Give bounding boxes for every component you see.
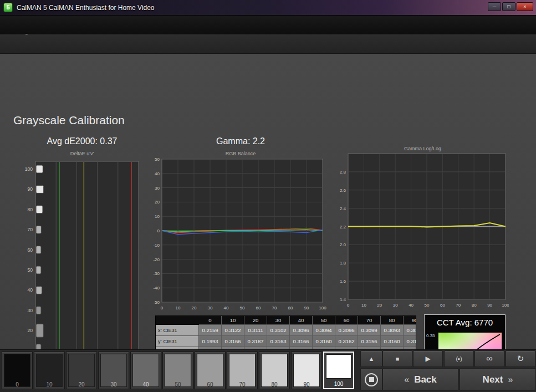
minimize-button[interactable]: ─ — [488, 2, 501, 11]
table-cell: 0.3163 — [267, 336, 290, 347]
level-swatch-0[interactable]: 0 — [2, 352, 33, 389]
svg-text:70: 70 — [28, 227, 33, 232]
svg-text:80: 80 — [288, 306, 293, 310]
table-row-label: x: CIE31 — [156, 325, 199, 336]
level-swatch-80[interactable]: 80 — [259, 352, 290, 389]
svg-text:-50: -50 — [153, 300, 160, 305]
calman-window: 5 CalMAN 5 CalMAN Enthusiast for Home Vi… — [0, 0, 536, 392]
svg-text:50: 50 — [155, 157, 160, 162]
next-label: Next — [483, 374, 503, 385]
back-button[interactable]: « Back — [382, 368, 458, 391]
svg-text:2.2: 2.2 — [340, 225, 346, 230]
level-swatch-20[interactable]: 20 — [66, 352, 97, 389]
svg-text:30: 30 — [155, 186, 160, 191]
table-cell: 0.3160 — [313, 336, 335, 347]
svg-text:20: 20 — [377, 303, 382, 308]
maximize-button[interactable]: □ — [502, 2, 515, 11]
svg-text:1.6: 1.6 — [340, 279, 346, 284]
svg-text:2.4: 2.4 — [340, 206, 346, 211]
loop-button[interactable]: ↻ — [506, 350, 535, 367]
svg-text:40: 40 — [409, 303, 414, 308]
table-cell: 0.3162 — [335, 336, 358, 347]
level-label: 80 — [259, 381, 289, 388]
stop-icon: ■ — [396, 355, 400, 362]
table-row-label: y: CIE31 — [156, 336, 199, 347]
level-swatch-100[interactable]: 100 — [323, 352, 354, 389]
level-label: 20 — [67, 381, 96, 388]
table-cell: 0.3097 — [404, 325, 416, 336]
level-swatch-70[interactable]: 70 — [227, 352, 258, 389]
level-swatch-40[interactable]: 40 — [130, 352, 161, 389]
level-label: 60 — [195, 381, 225, 388]
de-bar-60 — [36, 246, 41, 254]
level-label: 50 — [163, 381, 193, 388]
window-title: CalMAN 5 CalMAN Enthusiast for Home Vide… — [17, 0, 155, 16]
table-cell: 0.3166 — [222, 336, 244, 347]
svg-text:20: 20 — [28, 328, 33, 333]
table-cell: 0.3093 — [381, 325, 404, 336]
svg-text:80: 80 — [28, 207, 33, 212]
svg-text:40: 40 — [28, 287, 33, 293]
svg-text:0: 0 — [347, 303, 350, 308]
infinity-icon: ∞ — [486, 354, 492, 364]
transport-panel: ▲ ■ ▶ (▪) ∞ ↻ « Back Next » — [360, 349, 536, 392]
svg-text:30: 30 — [208, 306, 213, 310]
svg-text:1.4: 1.4 — [340, 297, 346, 302]
svg-text:100: 100 — [502, 303, 509, 308]
table-cell: 0.3096 — [290, 325, 313, 336]
table-cell: 0.3187 — [244, 336, 267, 347]
pattern-window-button[interactable]: (▪) — [444, 350, 474, 367]
table-column-header: 90 — [404, 316, 416, 325]
de-bar-90 — [36, 185, 44, 193]
next-button[interactable]: Next » — [460, 368, 536, 391]
table-column-header: 30 — [267, 316, 290, 325]
table-cell: 0.3094 — [313, 325, 335, 336]
table-column-header: 70 — [358, 316, 381, 325]
svg-text:100: 100 — [319, 306, 326, 310]
svg-text:-40: -40 — [153, 286, 160, 291]
svg-text:-30: -30 — [153, 271, 160, 276]
table-cell: 0.3102 — [267, 325, 290, 336]
level-swatch-90[interactable]: 90 — [291, 352, 322, 389]
svg-text:10: 10 — [176, 306, 181, 310]
eject-button[interactable]: ▲ — [360, 350, 382, 367]
titlebar: 5 CalMAN 5 CalMAN Enthusiast for Home Vi… — [0, 0, 536, 16]
svg-text:20: 20 — [155, 200, 160, 205]
level-label: 0 — [2, 381, 32, 388]
table-cell: 0.3156 — [358, 336, 381, 347]
svg-text:2.6: 2.6 — [340, 188, 346, 193]
level-swatch-50[interactable]: 50 — [162, 352, 193, 389]
level-swatch-60[interactable]: 60 — [195, 352, 226, 389]
svg-text:50: 50 — [425, 303, 430, 308]
svg-text:0: 0 — [157, 228, 160, 233]
de-bar-70 — [36, 226, 41, 233]
table-cell: 0.1993 — [199, 336, 222, 347]
play-button[interactable]: ▶ — [413, 350, 443, 367]
svg-text:10: 10 — [155, 214, 160, 219]
level-label: 90 — [292, 381, 321, 388]
refresh-icon: ↻ — [517, 354, 524, 364]
svg-text:0: 0 — [161, 306, 164, 310]
de-bar-50 — [36, 266, 41, 274]
continuous-read-button[interactable]: ∞ — [474, 350, 504, 367]
svg-text:-20: -20 — [153, 257, 160, 262]
svg-text:10: 10 — [361, 303, 366, 308]
svg-text:90: 90 — [28, 186, 33, 192]
level-swatch-10[interactable]: 10 — [34, 352, 65, 389]
de-bar-30 — [36, 307, 41, 314]
table-row: x: CIE310.21590.31220.31110.31020.30960.… — [156, 325, 416, 336]
table-corner-cell — [156, 316, 199, 325]
table-column-header: 50 — [313, 316, 335, 325]
svg-text:1.8: 1.8 — [340, 261, 346, 266]
stop-circle-button[interactable] — [360, 368, 382, 391]
stop-button[interactable]: ■ — [382, 350, 412, 367]
svg-text:2.0: 2.0 — [340, 242, 346, 247]
level-swatch-30[interactable]: 30 — [98, 352, 129, 389]
svg-text:60: 60 — [28, 247, 33, 253]
tab-band: ▶ History 1 + X-Rite i1Display Retail LC… — [0, 34, 536, 54]
play-icon: ▶ — [425, 355, 430, 363]
svg-text:90: 90 — [304, 306, 309, 310]
level-label: 100 — [324, 381, 353, 387]
table-column-header: 20 — [244, 316, 267, 325]
close-button[interactable]: × — [517, 2, 533, 11]
